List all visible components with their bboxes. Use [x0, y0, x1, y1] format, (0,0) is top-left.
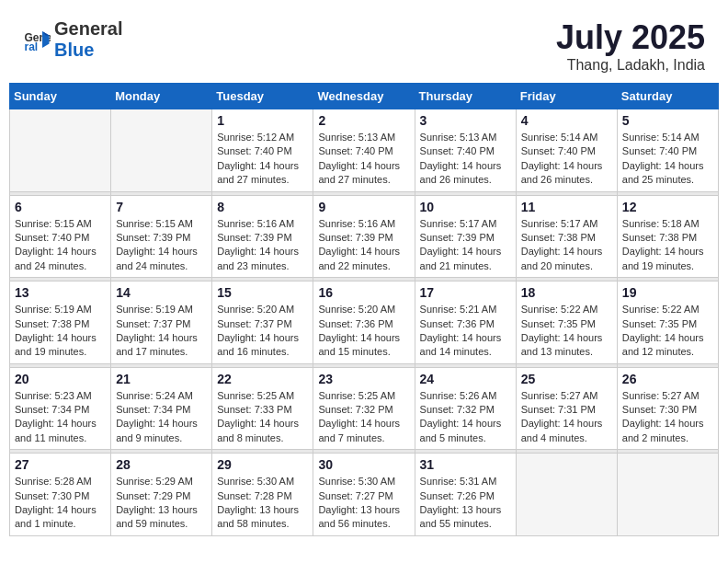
day-info: Sunrise: 5:23 AMSunset: 7:34 PMDaylight:…	[15, 389, 106, 446]
weekday-header-wednesday: Wednesday	[313, 84, 415, 109]
day-number: 18	[521, 285, 612, 300]
calendar-cell	[10, 109, 111, 192]
calendar-cell: 22Sunrise: 5:25 AMSunset: 7:33 PMDayligh…	[212, 367, 313, 450]
day-info: Sunrise: 5:29 AMSunset: 7:29 PMDaylight:…	[116, 475, 207, 532]
calendar-cell: 7Sunrise: 5:15 AMSunset: 7:39 PMDaylight…	[111, 195, 212, 278]
day-number: 3	[420, 113, 511, 128]
day-info: Sunrise: 5:26 AMSunset: 7:32 PMDaylight:…	[420, 389, 511, 446]
day-info: Sunrise: 5:14 AMSunset: 7:40 PMDaylight:…	[521, 131, 612, 188]
week-row-2: 6Sunrise: 5:15 AMSunset: 7:40 PMDaylight…	[10, 195, 719, 278]
day-number: 14	[116, 285, 207, 300]
logo-blue: Blue	[54, 40, 94, 60]
logo-text: General Blue	[54, 18, 122, 61]
day-number: 7	[116, 200, 207, 214]
calendar-table: SundayMondayTuesdayWednesdayThursdayFrid…	[9, 83, 719, 536]
day-info: Sunrise: 5:20 AMSunset: 7:37 PMDaylight:…	[217, 303, 308, 360]
day-number: 19	[622, 285, 713, 300]
calendar-cell: 30Sunrise: 5:30 AMSunset: 7:27 PMDayligh…	[313, 454, 415, 536]
weekday-header-saturday: Saturday	[617, 84, 718, 109]
page-header: Gene ral General Blue July 2025 Thang, L…	[9, 9, 719, 78]
day-info: Sunrise: 5:30 AMSunset: 7:27 PMDaylight:…	[318, 475, 409, 532]
calendar-cell: 26Sunrise: 5:27 AMSunset: 7:30 PMDayligh…	[617, 367, 718, 450]
calendar-cell: 8Sunrise: 5:16 AMSunset: 7:39 PMDaylight…	[212, 195, 313, 278]
weekday-header-row: SundayMondayTuesdayWednesdayThursdayFrid…	[10, 84, 719, 109]
calendar-cell: 3Sunrise: 5:13 AMSunset: 7:40 PMDaylight…	[415, 109, 516, 192]
calendar-cell: 25Sunrise: 5:27 AMSunset: 7:31 PMDayligh…	[516, 367, 617, 450]
calendar-cell: 12Sunrise: 5:18 AMSunset: 7:38 PMDayligh…	[617, 195, 718, 278]
day-number: 28	[116, 457, 207, 472]
calendar-cell	[516, 454, 617, 536]
day-number: 31	[420, 457, 511, 472]
weekday-header-monday: Monday	[111, 84, 212, 109]
calendar-cell: 6Sunrise: 5:15 AMSunset: 7:40 PMDaylight…	[10, 195, 111, 278]
calendar-cell	[617, 454, 718, 536]
day-number: 8	[217, 200, 308, 214]
day-number: 22	[217, 372, 308, 386]
day-number: 27	[15, 457, 106, 472]
day-number: 29	[217, 457, 308, 472]
day-number: 10	[420, 200, 511, 214]
calendar-cell: 21Sunrise: 5:24 AMSunset: 7:34 PMDayligh…	[111, 367, 212, 450]
day-info: Sunrise: 5:22 AMSunset: 7:35 PMDaylight:…	[622, 303, 713, 360]
day-info: Sunrise: 5:30 AMSunset: 7:28 PMDaylight:…	[217, 475, 308, 532]
day-info: Sunrise: 5:15 AMSunset: 7:39 PMDaylight:…	[116, 217, 207, 274]
day-info: Sunrise: 5:12 AMSunset: 7:40 PMDaylight:…	[217, 131, 308, 188]
calendar-cell: 5Sunrise: 5:14 AMSunset: 7:40 PMDaylight…	[617, 109, 718, 192]
day-info: Sunrise: 5:25 AMSunset: 7:33 PMDaylight:…	[217, 389, 308, 446]
calendar-cell: 2Sunrise: 5:13 AMSunset: 7:40 PMDaylight…	[313, 109, 415, 192]
day-number: 30	[318, 457, 409, 472]
day-number: 11	[521, 200, 612, 214]
weekday-header-friday: Friday	[516, 84, 617, 109]
day-info: Sunrise: 5:25 AMSunset: 7:32 PMDaylight:…	[318, 389, 409, 446]
calendar-cell: 17Sunrise: 5:21 AMSunset: 7:36 PMDayligh…	[415, 282, 516, 364]
day-number: 20	[15, 372, 106, 386]
calendar-cell: 29Sunrise: 5:30 AMSunset: 7:28 PMDayligh…	[212, 454, 313, 536]
calendar-cell: 13Sunrise: 5:19 AMSunset: 7:38 PMDayligh…	[10, 282, 111, 364]
day-info: Sunrise: 5:31 AMSunset: 7:26 PMDaylight:…	[420, 475, 511, 532]
calendar-cell: 16Sunrise: 5:20 AMSunset: 7:36 PMDayligh…	[313, 282, 415, 364]
calendar-cell: 14Sunrise: 5:19 AMSunset: 7:37 PMDayligh…	[111, 282, 212, 364]
calendar-cell: 18Sunrise: 5:22 AMSunset: 7:35 PMDayligh…	[516, 282, 617, 364]
day-number: 26	[622, 372, 713, 386]
day-number: 23	[318, 372, 409, 386]
day-info: Sunrise: 5:16 AMSunset: 7:39 PMDaylight:…	[318, 217, 409, 274]
calendar-title: July 2025 Thang, Ladakh, India	[556, 18, 705, 74]
logo-general: General	[54, 18, 122, 39]
day-info: Sunrise: 5:15 AMSunset: 7:40 PMDaylight:…	[15, 217, 106, 274]
day-info: Sunrise: 5:18 AMSunset: 7:38 PMDaylight:…	[622, 217, 713, 274]
day-info: Sunrise: 5:22 AMSunset: 7:35 PMDaylight:…	[521, 303, 612, 360]
calendar-cell: 31Sunrise: 5:31 AMSunset: 7:26 PMDayligh…	[415, 454, 516, 536]
day-number: 2	[318, 113, 409, 128]
day-info: Sunrise: 5:20 AMSunset: 7:36 PMDaylight:…	[318, 303, 409, 360]
day-info: Sunrise: 5:28 AMSunset: 7:30 PMDaylight:…	[15, 475, 106, 532]
day-info: Sunrise: 5:19 AMSunset: 7:38 PMDaylight:…	[15, 303, 106, 360]
calendar-cell: 28Sunrise: 5:29 AMSunset: 7:29 PMDayligh…	[111, 454, 212, 536]
weekday-header-sunday: Sunday	[10, 84, 111, 109]
day-number: 17	[420, 285, 511, 300]
calendar-cell: 20Sunrise: 5:23 AMSunset: 7:34 PMDayligh…	[10, 367, 111, 450]
day-info: Sunrise: 5:14 AMSunset: 7:40 PMDaylight:…	[622, 131, 713, 188]
weekday-header-tuesday: Tuesday	[212, 84, 313, 109]
calendar-cell: 1Sunrise: 5:12 AMSunset: 7:40 PMDaylight…	[212, 109, 313, 192]
day-number: 12	[622, 200, 713, 214]
day-number: 15	[217, 285, 308, 300]
day-info: Sunrise: 5:16 AMSunset: 7:39 PMDaylight:…	[217, 217, 308, 274]
calendar-cell: 10Sunrise: 5:17 AMSunset: 7:39 PMDayligh…	[415, 195, 516, 278]
calendar-cell: 9Sunrise: 5:16 AMSunset: 7:39 PMDaylight…	[313, 195, 415, 278]
day-number: 13	[15, 285, 106, 300]
location: Thang, Ladakh, India	[556, 57, 705, 74]
day-number: 21	[116, 372, 207, 386]
day-number: 24	[420, 372, 511, 386]
month-year: July 2025	[556, 18, 705, 57]
day-info: Sunrise: 5:21 AMSunset: 7:36 PMDaylight:…	[420, 303, 511, 360]
logo: Gene ral General Blue	[23, 18, 122, 61]
day-info: Sunrise: 5:17 AMSunset: 7:39 PMDaylight:…	[420, 217, 511, 274]
calendar-cell: 15Sunrise: 5:20 AMSunset: 7:37 PMDayligh…	[212, 282, 313, 364]
calendar-cell: 27Sunrise: 5:28 AMSunset: 7:30 PMDayligh…	[10, 454, 111, 536]
day-number: 4	[521, 113, 612, 128]
calendar-cell	[111, 109, 212, 192]
day-info: Sunrise: 5:27 AMSunset: 7:31 PMDaylight:…	[521, 389, 612, 446]
calendar-cell: 24Sunrise: 5:26 AMSunset: 7:32 PMDayligh…	[415, 367, 516, 450]
calendar-cell: 23Sunrise: 5:25 AMSunset: 7:32 PMDayligh…	[313, 367, 415, 450]
week-row-1: 1Sunrise: 5:12 AMSunset: 7:40 PMDaylight…	[10, 109, 719, 192]
